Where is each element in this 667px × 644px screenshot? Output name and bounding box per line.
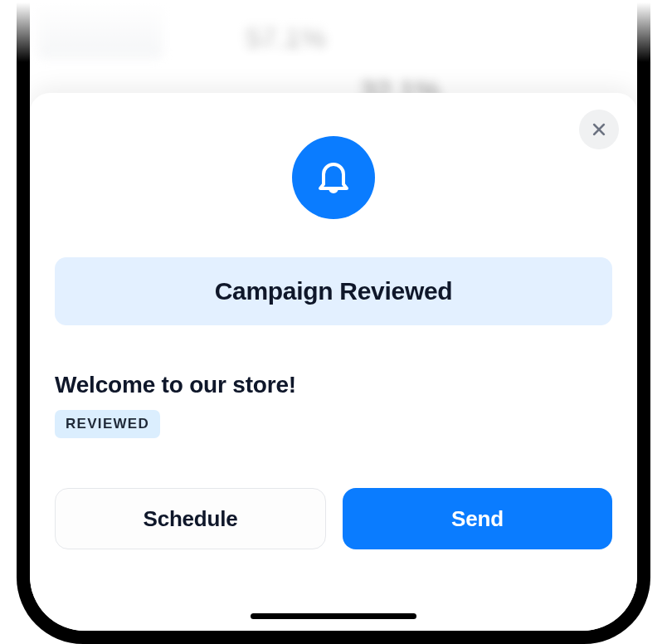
bell-circle [292,136,375,219]
send-button[interactable]: Send [343,488,612,549]
title-banner: Campaign Reviewed [55,257,612,325]
modal-sheet: Campaign Reviewed Welcome to our store! … [30,93,637,631]
button-row: Schedule Send [55,488,612,549]
close-icon [591,121,607,138]
bg-percent-1: 57.1% [246,21,325,53]
home-indicator[interactable] [251,613,416,619]
schedule-button[interactable]: Schedule [55,488,326,549]
campaign-name: Welcome to our store! [55,372,612,398]
phone-screen: 57.1% 32.1% Campaign Reviewed Welcome to… [30,0,637,631]
close-button[interactable] [579,110,619,149]
modal-title: Campaign Reviewed [71,277,596,305]
bell-icon [314,158,353,198]
bg-card [38,0,163,58]
phone-frame: 57.1% 32.1% Campaign Reviewed Welcome to… [17,0,650,644]
status-badge: REVIEWED [55,410,160,438]
